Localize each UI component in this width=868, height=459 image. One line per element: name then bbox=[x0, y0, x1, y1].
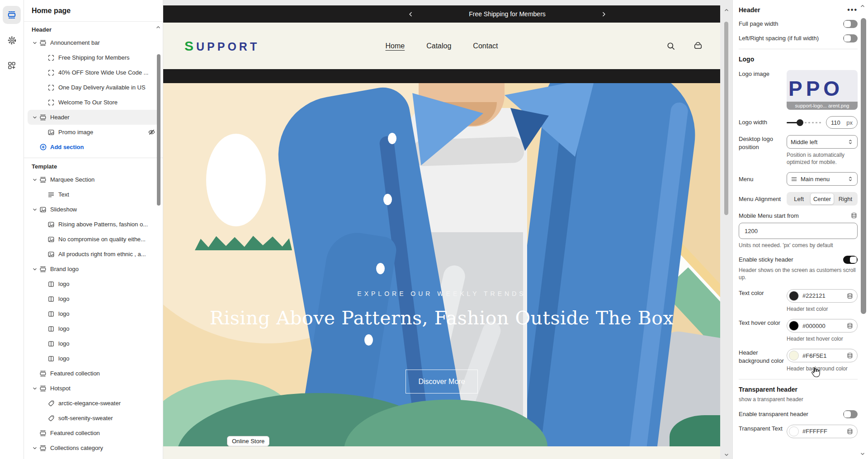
logo-image-thumbnail[interactable]: PPO support-logo... arent.png bbox=[787, 70, 858, 110]
enable-transparent-label: Enable transparent header bbox=[739, 410, 829, 418]
lr-spacing-toggle[interactable] bbox=[843, 34, 858, 42]
tree-row[interactable]: Welcome To Our Store bbox=[28, 95, 159, 110]
tree-row[interactable]: logo bbox=[28, 291, 159, 306]
sidebar-scroll-up-icon[interactable] bbox=[155, 24, 161, 30]
tag-icon bbox=[47, 415, 58, 422]
panel-scroll-up-icon[interactable] bbox=[859, 3, 866, 9]
app-rail bbox=[0, 0, 24, 459]
settings-panel: Header ••• Full page width Left/Right sp… bbox=[732, 0, 868, 459]
tree-row[interactable]: logo bbox=[28, 276, 159, 291]
tree-row[interactable]: Announcement bar bbox=[28, 35, 159, 50]
tree-row[interactable]: Brand logo bbox=[28, 262, 159, 276]
nav-link[interactable]: Catalog bbox=[426, 42, 451, 50]
transparent-text-picker[interactable]: #FFFFFF bbox=[787, 425, 858, 438]
text-color-swatch bbox=[789, 291, 799, 301]
tree-row[interactable]: Marquee Section bbox=[28, 172, 159, 187]
align-center-option[interactable]: Center bbox=[810, 193, 834, 205]
text-color-picker[interactable]: #222121 bbox=[787, 289, 858, 303]
panel-scrollbar-thumb[interactable] bbox=[861, 18, 866, 314]
store-header: SUPPORT HomeCatalogContact bbox=[163, 23, 720, 69]
align-left-option[interactable]: Left bbox=[788, 193, 810, 205]
account-icon[interactable] bbox=[693, 41, 703, 52]
chevron-down-icon[interactable] bbox=[30, 177, 39, 183]
chevron-down-icon[interactable] bbox=[30, 114, 39, 121]
tree-row-label: 40% OFF Store Wide Use Code ... bbox=[58, 69, 148, 76]
tree-row[interactable]: soft-serenity-sweater bbox=[28, 411, 159, 426]
tree-row[interactable]: Hotspot bbox=[28, 381, 159, 396]
chevron-down-icon[interactable] bbox=[30, 40, 39, 46]
full-page-width-toggle[interactable] bbox=[843, 20, 858, 28]
preview-scrollbar-thumb[interactable] bbox=[724, 22, 728, 215]
group-label-header: Header bbox=[24, 23, 163, 35]
logo-width-input[interactable]: 110 px bbox=[826, 116, 858, 129]
tree-row-label: logo bbox=[58, 340, 70, 347]
tree-row[interactable]: Collections category bbox=[28, 440, 159, 455]
sidebar-scrollbar[interactable] bbox=[157, 54, 160, 206]
search-icon[interactable] bbox=[665, 41, 676, 52]
tree-row[interactable]: All products right from ethnic , a... bbox=[28, 247, 159, 262]
template-group-list: Marquee Section Text Slideshow Rising ab… bbox=[24, 172, 163, 455]
tree-row[interactable]: Text bbox=[28, 187, 159, 202]
sticky-header-toggle[interactable] bbox=[843, 256, 858, 264]
more-options-button[interactable]: ••• bbox=[847, 6, 858, 14]
eye-off-icon[interactable] bbox=[148, 128, 156, 136]
panel-scroll-down-icon[interactable] bbox=[859, 451, 866, 457]
image-icon bbox=[47, 236, 58, 243]
logo-width-slider[interactable] bbox=[787, 118, 822, 126]
app-embeds-button[interactable] bbox=[3, 56, 21, 75]
tree-row[interactable]: logo bbox=[28, 321, 159, 336]
preview-scrollbar[interactable] bbox=[722, 5, 730, 459]
tree-row[interactable]: Promo image bbox=[28, 125, 159, 140]
bg-color-picker[interactable]: #F6F5E1 bbox=[787, 349, 858, 362]
tree-row[interactable]: logo bbox=[28, 351, 159, 366]
preview-scroll-down-icon[interactable] bbox=[723, 452, 730, 458]
nav-link[interactable]: Contact bbox=[473, 42, 498, 50]
dynamic-source-icon[interactable] bbox=[850, 212, 858, 219]
enable-transparent-toggle[interactable] bbox=[843, 410, 858, 418]
tree-row[interactable]: logo bbox=[28, 336, 159, 351]
chevron-down-icon[interactable] bbox=[30, 385, 39, 392]
tree-row[interactable]: logo bbox=[28, 306, 159, 321]
chevron-down-icon[interactable] bbox=[30, 445, 39, 451]
announcement-next-icon[interactable] bbox=[601, 11, 607, 17]
dynamic-source-icon[interactable] bbox=[846, 292, 854, 300]
menu-select[interactable]: Main menu bbox=[787, 172, 858, 186]
tree-row[interactable]: 40% OFF Store Wide Use Code ... bbox=[28, 65, 159, 80]
chevron-down-icon[interactable] bbox=[30, 266, 39, 272]
announcement-prev-icon[interactable] bbox=[408, 11, 414, 17]
hover-color-picker[interactable]: #000000 bbox=[787, 319, 858, 333]
tree-row[interactable]: Slideshow bbox=[28, 202, 159, 217]
dynamic-source-icon[interactable] bbox=[846, 428, 854, 435]
hover-color-label: Text hover color bbox=[739, 319, 787, 327]
tag-icon bbox=[47, 400, 58, 407]
nav-link[interactable]: Home bbox=[386, 42, 405, 50]
online-store-badge: Online Store bbox=[227, 436, 269, 446]
column-icon bbox=[47, 325, 58, 333]
tree-row[interactable]: Add section bbox=[28, 140, 159, 155]
discover-more-button[interactable]: Discover More bbox=[406, 370, 478, 393]
theme-settings-button[interactable] bbox=[3, 31, 21, 49]
tree-row[interactable]: One Day Delivery Available in US bbox=[28, 80, 159, 95]
panel-divider bbox=[739, 379, 858, 379]
tree-row[interactable]: Featured collection bbox=[28, 426, 159, 440]
tree-row[interactable]: Featured collection bbox=[28, 366, 159, 381]
tree-row[interactable]: Rising above Patterns, fashion o... bbox=[28, 217, 159, 232]
chevron-down-icon[interactable] bbox=[30, 206, 39, 213]
tree-row-label: logo bbox=[58, 295, 70, 302]
logo-position-select[interactable]: Middle left bbox=[787, 135, 858, 149]
tree-row[interactable]: Free Shipping for Members bbox=[28, 50, 159, 65]
tree-row[interactable]: No compromise on quality eithe... bbox=[28, 232, 159, 247]
dynamic-source-icon[interactable] bbox=[846, 352, 854, 359]
tree-row[interactable]: Header bbox=[28, 110, 159, 125]
tree-row[interactable]: arctic-elegance-sweater bbox=[28, 396, 159, 411]
preview-scroll-up-icon[interactable] bbox=[723, 7, 730, 13]
align-right-option[interactable]: Right bbox=[834, 193, 857, 205]
text-icon bbox=[47, 191, 58, 198]
dynamic-source-icon[interactable] bbox=[846, 322, 854, 329]
mobile-menu-input[interactable] bbox=[739, 223, 858, 239]
group-divider bbox=[24, 158, 163, 158]
tree-row-label: Collections category bbox=[50, 445, 103, 451]
sections-rail-button[interactable] bbox=[3, 6, 21, 24]
image-icon bbox=[47, 251, 58, 258]
hero-eyebrow: EXPLORE OUR WEEKLY TRENDS bbox=[163, 290, 720, 297]
